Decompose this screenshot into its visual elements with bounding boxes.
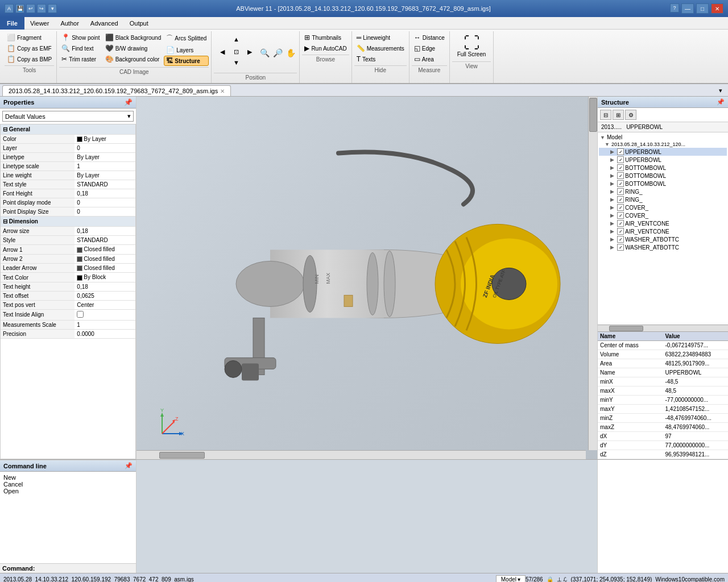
hand-button[interactable]: ✋ bbox=[285, 47, 297, 59]
tree-check-9[interactable]: ✓ bbox=[617, 212, 624, 219]
tree-item-ring-1[interactable]: ▶ ✓ RING_ bbox=[599, 188, 727, 196]
viewport-scrollbar-v[interactable] bbox=[588, 97, 597, 450]
title-icons: A 💾 ↩ ↪ ▾ bbox=[5, 4, 57, 13]
svg-text:MIN: MIN bbox=[314, 275, 320, 284]
tree-check-3[interactable]: ✓ bbox=[617, 164, 624, 171]
menu-viewer[interactable]: Viewer bbox=[24, 17, 55, 30]
content-area: Properties 📌 Default Values ▾ ⊟ General bbox=[0, 97, 728, 573]
zoom-out-button[interactable]: 🔎 bbox=[272, 47, 284, 59]
struct-expand-all[interactable]: ⊞ bbox=[613, 110, 624, 120]
text-inside-align-check[interactable] bbox=[77, 311, 84, 318]
measurements-button[interactable]: 📏 Measurements bbox=[354, 43, 407, 53]
properties-pin-icon[interactable]: 📌 bbox=[124, 98, 133, 106]
lineweight-button[interactable]: ═ Lineweight bbox=[354, 32, 407, 43]
menu-author[interactable]: Author bbox=[55, 17, 84, 30]
tree-file-arrow[interactable]: ▼ bbox=[605, 142, 610, 147]
tree-item-cover-1[interactable]: ▶ ✓ COVER_ bbox=[599, 203, 727, 211]
distance-button[interactable]: ↔ Distance bbox=[412, 32, 447, 43]
status-bar: 2013.05.28_14.10.33.212_120.60.159.192_7… bbox=[0, 573, 728, 582]
run-autocad-button[interactable]: ▶ Run AutoCAD bbox=[302, 43, 349, 53]
tree-check-10[interactable]: ✓ bbox=[617, 220, 624, 227]
tree-item-airvent-2[interactable]: ▶ ✓ AIR_VENTCONE bbox=[599, 227, 727, 235]
tree-item-ring-2[interactable]: ▶ ✓ RING_ bbox=[599, 196, 727, 203]
copy-bmp-button[interactable]: 📋 Copy as BMP bbox=[5, 54, 54, 64]
tree-check-11[interactable]: ✓ bbox=[617, 228, 624, 235]
structure-breadcrumb: 2013..... UPPERBOWL bbox=[598, 122, 728, 132]
help-icon[interactable]: ? bbox=[670, 3, 679, 13]
tab-menu-button[interactable]: ▾ bbox=[715, 86, 726, 95]
tree-check-5[interactable]: ✓ bbox=[617, 180, 624, 187]
tree-item-bottombowl-3[interactable]: ▶ ✓ BOTTOMBOWL bbox=[599, 180, 727, 188]
tree-check-1[interactable]: ✓ bbox=[617, 148, 624, 155]
expand-general-icon[interactable]: ⊟ bbox=[3, 126, 7, 132]
pan-down-button[interactable]: ▼ bbox=[230, 58, 242, 69]
tree-check-2[interactable]: ✓ bbox=[617, 156, 624, 163]
pan-right-button[interactable]: ▶ bbox=[243, 47, 256, 57]
command-pin-icon[interactable]: 📌 bbox=[125, 462, 133, 469]
tree-check-7[interactable]: ✓ bbox=[617, 196, 624, 203]
arcs-splitted-button[interactable]: ⌒ Arcs Splitted bbox=[164, 32, 209, 44]
tree-item-bottombowl-2[interactable]: ▶ ✓ BOTTOMBOWL bbox=[599, 172, 727, 180]
struct-collapse-all[interactable]: ⊟ bbox=[600, 110, 611, 120]
zoom-fit-button[interactable]: ⊡ bbox=[230, 47, 242, 57]
quick-access-1[interactable]: 💾 bbox=[15, 4, 24, 13]
edge-button[interactable]: ◱ Edge bbox=[412, 43, 447, 53]
tree-item-washer-2[interactable]: ▶ ✓ WASHER_ATBOTTC bbox=[599, 243, 727, 251]
struct-settings[interactable]: ⚙ bbox=[625, 110, 636, 120]
menu-file[interactable]: File bbox=[0, 17, 24, 30]
tree-item-washer-1[interactable]: ▶ ✓ WASHER_ATBOTTC bbox=[599, 235, 727, 243]
tree-root[interactable]: ▼ Model bbox=[599, 134, 727, 141]
viewport-scrollbar-h[interactable] bbox=[136, 450, 586, 459]
tree-check-12[interactable]: ✓ bbox=[617, 236, 624, 243]
zoom-in-button[interactable]: 🔍 bbox=[259, 47, 271, 59]
menu-advanced[interactable]: Advanced bbox=[85, 17, 124, 30]
tree-check-6[interactable]: ✓ bbox=[617, 188, 624, 195]
properties-dropdown[interactable]: Default Values ▾ bbox=[2, 111, 134, 122]
texts-button[interactable]: T Texts bbox=[354, 54, 407, 64]
copy-emf-button[interactable]: 📋 Copy as EMF bbox=[5, 43, 54, 53]
find-text-button[interactable]: 🔍 Find text bbox=[59, 43, 102, 53]
quick-access-3[interactable]: ↪ bbox=[37, 4, 46, 13]
tree-check-8[interactable]: ✓ bbox=[617, 204, 624, 211]
fragment-button[interactable]: ⬜ Fragment bbox=[5, 32, 54, 43]
pan-up-button[interactable]: ▲ bbox=[230, 35, 242, 46]
minimize-button[interactable]: — bbox=[681, 3, 694, 14]
show-point-button[interactable]: 📍 Show point bbox=[59, 32, 102, 43]
title-bar: A 💾 ↩ ↪ ▾ ABViewer 11 - [2013.05.28_14.1… bbox=[0, 0, 728, 17]
layers-button[interactable]: 📄 Layers bbox=[164, 45, 209, 55]
fullscreen-button[interactable]: ⛶ Full Screen bbox=[452, 32, 491, 60]
model-tab-button[interactable]: Model ▾ bbox=[496, 575, 526, 582]
tree-check-13[interactable]: ✓ bbox=[617, 244, 624, 251]
tree-scrollbar-h[interactable] bbox=[598, 325, 728, 331]
tree-item-cover-2[interactable]: ▶ ✓ COVER_ bbox=[599, 211, 727, 219]
tree-item-upperbowl-1[interactable]: ▶ ✓ UPPERBOWL bbox=[599, 148, 727, 156]
structure-button[interactable]: 🏗 Structure bbox=[164, 56, 209, 66]
layers-icon: 📄 bbox=[166, 46, 175, 54]
measurements-icon: 📏 bbox=[357, 44, 365, 52]
thumbnails-button[interactable]: ⊞ Thumbnails bbox=[302, 32, 349, 43]
close-button[interactable]: ✕ bbox=[711, 3, 723, 14]
menu-output[interactable]: Output bbox=[124, 17, 154, 30]
expand-dimension-icon[interactable]: ⊟ bbox=[3, 218, 7, 225]
area-button[interactable]: ▭ Area bbox=[412, 54, 447, 64]
quick-access-2[interactable]: ↩ bbox=[26, 4, 35, 13]
tree-file[interactable]: ▼ 2013.05.28_14.10.33.212_120... bbox=[599, 141, 727, 148]
ribbon-group-browse: ⊞ Thumbnails ▶ Run AutoCAD Browse bbox=[300, 31, 351, 83]
pan-left-button[interactable]: ◀ bbox=[216, 47, 229, 57]
quick-access-dropdown[interactable]: ▾ bbox=[48, 4, 57, 13]
tree-item-airvent-1[interactable]: ▶ ✓ AIR_VENTCONE bbox=[599, 219, 727, 227]
bg-color-button[interactable]: 🎨 Background color bbox=[103, 54, 164, 64]
tree-item-bottombowl-1[interactable]: ▶ ✓ BOTTOMBOWL bbox=[599, 164, 727, 172]
tab-close-icon[interactable]: ✕ bbox=[220, 88, 225, 94]
maximize-button[interactable]: □ bbox=[696, 3, 709, 14]
tree-check-4[interactable]: ✓ bbox=[617, 172, 624, 179]
bw-drawing-button[interactable]: 🖤 B/W drawing bbox=[103, 43, 164, 53]
trim-raster-button[interactable]: ✂ Trim raster bbox=[59, 54, 102, 64]
command-input[interactable] bbox=[37, 565, 134, 572]
file-tab[interactable]: 2013.05.28_14.10.33.212_120.60.159.192_7… bbox=[2, 85, 231, 96]
structure-pin-icon[interactable]: 📌 bbox=[717, 98, 725, 106]
black-bg-button[interactable]: ⬛ Black Background bbox=[103, 32, 164, 43]
tree-item-upperbowl-2[interactable]: ▶ ✓ UPPERBOWL bbox=[599, 156, 727, 164]
viewport[interactable]: ZF INDIA OIL TYPE ATF bbox=[136, 97, 597, 459]
tree-root-arrow[interactable]: ▼ bbox=[600, 135, 606, 140]
